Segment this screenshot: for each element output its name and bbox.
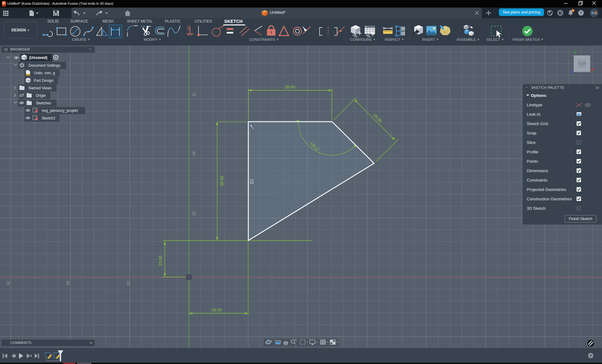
svg-text:50.00: 50.00 <box>219 176 224 186</box>
svg-text:-50: -50 <box>66 280 70 285</box>
svg-text:25.00: 25.00 <box>212 308 222 312</box>
svg-text:35.00: 35.00 <box>285 85 295 89</box>
svg-text:25: 25 <box>192 211 196 216</box>
svg-text:-75: -75 <box>6 280 10 285</box>
svg-text:75: 75 <box>192 92 196 96</box>
svg-text:?: ? <box>580 11 582 15</box>
svg-text:F: F <box>3 2 5 5</box>
svg-text:50: 50 <box>192 151 196 156</box>
svg-text:-25: -25 <box>126 280 130 285</box>
svg-text:15.00: 15.00 <box>158 256 163 266</box>
svg-text:K: K <box>591 11 594 15</box>
svg-text:D: D <box>594 11 597 15</box>
